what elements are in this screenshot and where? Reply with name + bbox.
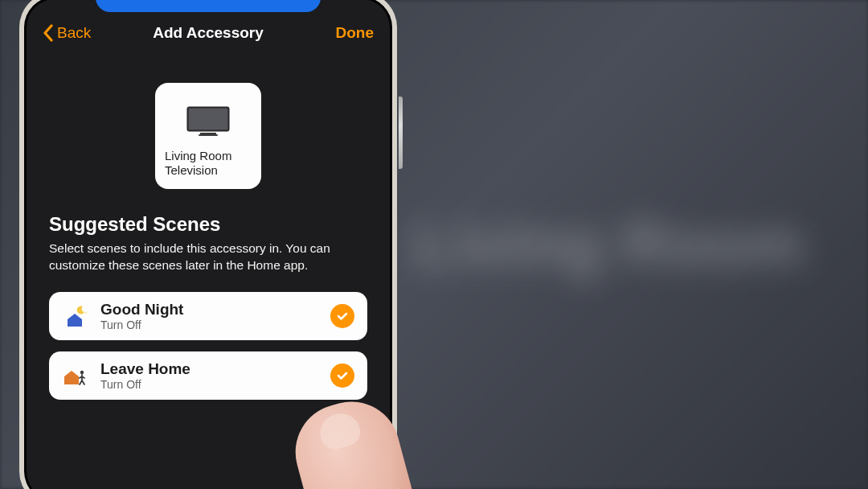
scene-title: Leave Home: [100, 360, 330, 378]
checkmark-icon: [330, 304, 354, 328]
back-label: Back: [57, 24, 91, 42]
svg-point-6: [80, 370, 84, 373]
nav-bar: Back Add Accessory Done: [27, 10, 390, 54]
tv-icon-wrapper: [165, 94, 252, 149]
status-bar: [27, 0, 390, 10]
scene-text: Leave Home Turn Off: [100, 360, 330, 391]
svg-point-4: [77, 308, 79, 310]
scene-row-leave-home[interactable]: Leave Home Turn Off: [49, 351, 367, 400]
section-title: Suggested Scenes: [49, 213, 367, 236]
back-button[interactable]: Back: [43, 24, 91, 42]
scene-subtitle: Turn Off: [100, 318, 330, 331]
phone-frame: Back Add Accessory Done Living R: [19, 0, 397, 489]
accessory-tile[interactable]: Living Room Television: [155, 83, 261, 189]
background-blurred-text: Living Room: [415, 209, 804, 280]
good-night-icon: [60, 302, 89, 331]
checkmark-icon: [330, 364, 354, 388]
tv-icon: [186, 105, 231, 138]
leave-home-icon: [60, 361, 89, 390]
svg-rect-3: [199, 134, 218, 136]
nav-title: Add Accessory: [153, 24, 264, 42]
svg-rect-2: [200, 133, 216, 134]
svg-point-5: [85, 312, 87, 314]
finger-nail: [316, 409, 363, 453]
phone-side-button: [399, 97, 403, 169]
chevron-left-icon: [43, 24, 54, 42]
scene-title: Good Night: [100, 301, 330, 318]
scene-subtitle: Turn Off: [100, 378, 330, 391]
done-button[interactable]: Done: [336, 24, 375, 42]
accessory-name: Living Room Television: [165, 149, 252, 178]
scene-text: Good Night Turn Off: [100, 301, 330, 331]
svg-rect-1: [189, 109, 227, 129]
content-area: Living Room Television Suggested Scenes …: [27, 54, 390, 425]
scene-row-good-night[interactable]: Good Night Turn Off: [49, 292, 367, 340]
section-subtitle: Select scenes to include this accessory …: [49, 240, 367, 274]
notch-bar: [96, 0, 321, 12]
